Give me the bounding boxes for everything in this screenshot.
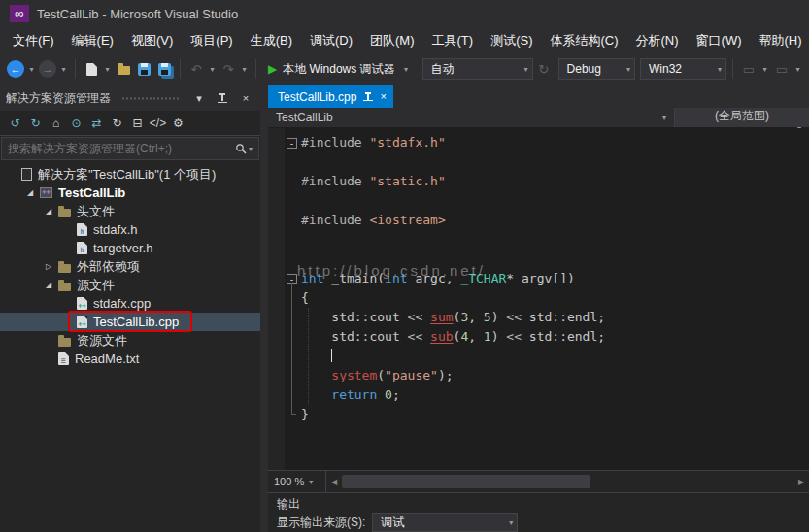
menu-item-1[interactable]: 编辑(E): [63, 27, 122, 52]
menu-item-7[interactable]: 工具(T): [423, 27, 483, 52]
code-line-10[interactable]: std::cout << sum(3, 5) << std::endl;: [268, 308, 809, 327]
debug-type-dropdown[interactable]: 自动▾: [422, 58, 533, 80]
scroll-right-icon[interactable]: ▶: [793, 471, 809, 492]
menu-item-0[interactable]: 文件(F): [4, 27, 63, 52]
new-file-caret-icon[interactable]: ▾: [102, 65, 113, 74]
tree-item-folder-headers[interactable]: ◢头文件: [0, 202, 260, 220]
menu-item-6[interactable]: 团队(M): [361, 27, 423, 52]
collapse-all-icon[interactable]: ⊟: [128, 114, 147, 132]
properties-icon[interactable]: ⚙: [169, 114, 187, 132]
panel-drag-grip[interactable]: [120, 96, 181, 101]
code-line-7[interactable]: [268, 249, 809, 269]
redo-caret-icon[interactable]: ▾: [239, 65, 250, 74]
home-icon[interactable]: ⌂: [47, 114, 65, 132]
toolbar-options-button[interactable]: ▭: [772, 59, 792, 79]
menu-item-2[interactable]: 视图(V): [122, 27, 182, 52]
code-line-15[interactable]: }: [268, 405, 809, 424]
tree-collapsed-arrow-icon[interactable]: ▷: [41, 262, 56, 271]
code-line-6[interactable]: [268, 230, 809, 249]
tree-item-file-testcalllib-cpp[interactable]: ++TestCallLib.cpp: [0, 313, 260, 331]
tree-item-folder-external-dependencies[interactable]: ▷外部依赖项: [0, 257, 260, 276]
tree-expanded-arrow-icon[interactable]: ◢: [41, 281, 56, 289]
scrollbar-thumb[interactable]: [342, 475, 590, 488]
output-source-dropdown[interactable]: 调试▾: [372, 513, 518, 532]
start-debugging-button[interactable]: ▶ 本地 Windows 调试器 ▾: [262, 57, 418, 81]
code-line-14[interactable]: return 0;: [268, 385, 809, 405]
zoom-selector[interactable]: 100 %▾: [268, 471, 326, 492]
search-options-caret-icon[interactable]: ▾: [247, 145, 254, 153]
tree-item-file-readme-txt[interactable]: ≡ReadMe.txt: [0, 349, 260, 368]
nav-forward-icon[interactable]: ↻: [26, 114, 45, 132]
refresh-icon[interactable]: ↻: [108, 114, 126, 132]
find-in-files-button[interactable]: ▭: [739, 59, 758, 79]
pin-tab-icon[interactable]: [363, 92, 373, 101]
navigate-backward-button[interactable]: ←: [7, 60, 24, 78]
toolbar-options-caret-icon[interactable]: ▾: [792, 65, 803, 74]
search-icon[interactable]: [235, 143, 247, 154]
close-panel-icon[interactable]: ×: [237, 89, 254, 107]
types-dropdown[interactable]: TestCallLib▾: [268, 108, 675, 127]
menu-item-5[interactable]: 调试(D): [301, 27, 361, 52]
code-line-11[interactable]: std::cout << sub(4, 1) << std::endl;: [268, 327, 809, 347]
new-file-button[interactable]: [82, 59, 101, 79]
tree-item-folder-resources[interactable]: 资源文件: [0, 331, 260, 349]
tree-item-project-testcalllib[interactable]: ◢++TestCallLib: [0, 183, 260, 202]
undo-button[interactable]: ↶: [186, 59, 206, 79]
tree-expanded-arrow-icon[interactable]: ◢: [41, 207, 56, 216]
menu-item-8[interactable]: 测试(S): [482, 27, 541, 52]
auto-hide-pin-icon[interactable]: [214, 89, 231, 107]
tree-item-folder-sources[interactable]: ◢源文件: [0, 276, 260, 294]
code-line-3[interactable]: #include "static.h": [268, 172, 809, 191]
menu-item-11[interactable]: 窗口(W): [688, 27, 751, 52]
navigate-backward-caret-icon[interactable]: ▾: [26, 65, 37, 74]
scroll-left-icon[interactable]: ◀: [326, 471, 342, 492]
panel-splitter[interactable]: [260, 85, 268, 532]
navigate-forward-button[interactable]: →: [39, 60, 56, 78]
scrollbar-track[interactable]: [342, 471, 793, 492]
menu-item-10[interactable]: 分析(N): [627, 27, 688, 52]
code-line-5[interactable]: #include <iostream>: [268, 211, 809, 230]
code-editor[interactable]: -#include "stdafx.h"#include "static.h"#…: [268, 128, 809, 470]
search-input[interactable]: [8, 142, 235, 155]
undo-caret-icon[interactable]: ▾: [207, 65, 218, 74]
code-lines: -#include "stdafx.h"#include "static.h"#…: [268, 128, 809, 470]
view-code-icon[interactable]: </>: [149, 114, 167, 132]
solution-configuration-dropdown[interactable]: Debug▾: [558, 58, 635, 80]
save-all-button[interactable]: [154, 59, 174, 79]
save-button[interactable]: [134, 59, 153, 79]
nav-back-icon[interactable]: ↺: [6, 114, 24, 132]
scope-dropdown[interactable]: (全局范围)▾: [675, 108, 809, 127]
tree-item-file-targetver-h[interactable]: htargetver.h: [0, 239, 260, 257]
menu-item-4[interactable]: 生成(B): [242, 27, 301, 52]
code-token: "static.h": [369, 174, 445, 188]
code-line-9[interactable]: {: [268, 288, 809, 308]
sync-with-active-document-icon[interactable]: ⇄: [87, 114, 106, 132]
code-line-4[interactable]: [268, 191, 809, 211]
refresh-button[interactable]: ↻: [534, 59, 554, 79]
code-line-2[interactable]: [268, 152, 809, 172]
tab-testcalllib-cpp[interactable]: TestCallLib.cpp ×: [268, 85, 393, 108]
menu-item-9[interactable]: 体系结构(C): [541, 27, 626, 52]
navigate-forward-caret-icon[interactable]: ▾: [58, 65, 69, 74]
code-line-1[interactable]: -#include "stdafx.h": [268, 133, 809, 152]
tree-item-file-stdafx-cpp[interactable]: ++stdafx.cpp: [0, 294, 260, 313]
open-file-button[interactable]: [114, 59, 133, 79]
menu-item-3[interactable]: 项目(P): [182, 27, 241, 52]
code-token: <<: [506, 310, 528, 324]
solution-platform-dropdown[interactable]: Win32▾: [640, 58, 726, 80]
switch-views-icon[interactable]: ⊙: [67, 114, 85, 132]
code-line-8[interactable]: -int _tmain(int argc, _TCHAR* argv[]): [268, 269, 809, 288]
menu-item-12[interactable]: 帮助(H): [751, 27, 809, 52]
close-tab-icon[interactable]: ×: [380, 91, 386, 102]
redo-button[interactable]: ↷: [219, 59, 238, 79]
code-line-13[interactable]: system("pause");: [268, 366, 809, 385]
tree-item-file-stdafx-h[interactable]: hstdafx.h: [0, 220, 260, 239]
find-caret-icon[interactable]: ▾: [759, 65, 770, 74]
horizontal-scrollbar[interactable]: ◀ ▶: [326, 471, 809, 492]
window-position-menu-icon[interactable]: ▾: [190, 89, 208, 107]
start-debugging-caret-icon: ▾: [401, 65, 412, 74]
code-line-12[interactable]: [268, 347, 809, 366]
tree-item-solution[interactable]: 解决方案"TestCallLib"(1 个项目): [0, 165, 260, 183]
fold-collapse-icon[interactable]: -: [287, 138, 297, 149]
tree-expanded-arrow-icon[interactable]: ◢: [22, 188, 38, 197]
